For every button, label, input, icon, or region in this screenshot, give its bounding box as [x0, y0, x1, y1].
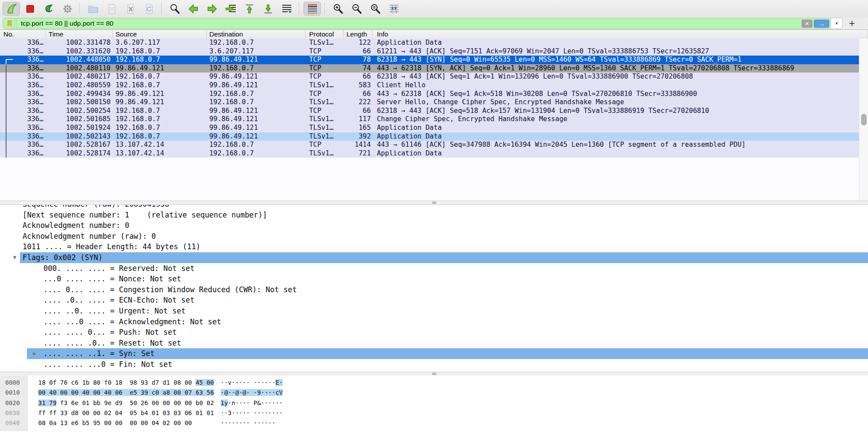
detail-line[interactable]: Acknowledgment number (raw): 0: [0, 231, 868, 242]
detail-line[interactable]: [Next sequence number: 1 (relative seque…: [0, 210, 868, 221]
packet-row[interactable]: 336…1002.448050192.168.0.799.86.49.121TC…: [0, 56, 859, 64]
hex-bytes[interactable]: ff ff 33 d8 00 00 02 04 05 b4 01 03 03 0…: [38, 408, 214, 418]
auto-scroll-button[interactable]: [278, 2, 295, 16]
packet-details-pane: Sequence number (raw): 2665041958[Next s…: [0, 205, 868, 372]
detail-line[interactable]: .... ..0. .... = Urgent: Not set: [0, 306, 868, 317]
go-forward-button[interactable]: [203, 2, 221, 16]
capture-options-button[interactable]: [59, 2, 76, 16]
hex-row[interactable]: 000018 0f 76 c6 1b 80 f0 18 98 93 d7 d1 …: [0, 378, 868, 388]
detail-line[interactable]: .... .0.. .... = ECN-Echo: Not set: [0, 295, 868, 306]
hex-ascii[interactable]: ··v····· ······E·: [221, 378, 283, 388]
filter-apply-button[interactable]: →: [814, 20, 829, 28]
detail-line[interactable]: .... 0... .... = Congestion Window Reduc…: [0, 284, 868, 295]
colorize-packets-button[interactable]: [304, 2, 321, 16]
detail-text: Flags: 0x002 (SYN): [23, 252, 102, 263]
column-header-protocol[interactable]: Protocol: [306, 30, 344, 39]
packet-row[interactable]: 336…1002.3314783.6.207.117192.168.0.7TLS…: [0, 39, 859, 47]
column-header-info[interactable]: Info: [373, 30, 868, 39]
detail-line[interactable]: 1011 .... = Header Length: 44 bytes (11): [0, 241, 868, 252]
column-header-no[interactable]: No.: [0, 30, 46, 39]
hex-bytes[interactable]: 31 79 f3 6e 01 bb 9e d9 50 26 00 00 00 0…: [38, 398, 214, 408]
selected-ascii: ·@··@·@· ·9····cV: [221, 389, 283, 396]
zoom-100-button[interactable]: [366, 2, 384, 16]
hex-bytes[interactable]: 18 0f 76 c6 1b 80 f0 18 98 93 d7 d1 08 0…: [38, 378, 214, 388]
detail-line[interactable]: .... .... ...0 = Fin: Not set: [0, 359, 868, 370]
resize-columns-button[interactable]: [385, 2, 403, 16]
find-packet-button[interactable]: [166, 2, 183, 16]
packet-row[interactable]: 336…1002.500254192.168.0.799.86.49.121TC…: [0, 107, 859, 115]
open-file-button[interactable]: [84, 2, 102, 16]
go-to-bottom-button[interactable]: [259, 2, 277, 16]
detail-line[interactable]: ▼Flags: 0x002 (SYN): [0, 252, 868, 263]
column-header-length[interactable]: Length: [344, 30, 373, 39]
expander-open-icon[interactable]: ▼: [13, 252, 17, 263]
packet-row[interactable]: 336…1002.502143192.168.0.799.86.49.121TL…: [0, 132, 859, 141]
zoom-in-button[interactable]: [329, 2, 347, 16]
packet-cell-protocol: TCP: [306, 107, 344, 115]
packet-cell-source: 99.86.49.121: [113, 64, 207, 73]
ascii: ········ ······: [221, 419, 275, 426]
filter-text[interactable]: tcp.port == 80 || udp.port == 80: [17, 20, 802, 27]
packet-row[interactable]: 336…1002.50015099.86.49.121192.168.0.7TL…: [0, 98, 859, 107]
hex-ascii[interactable]: ··3····· ········: [221, 408, 283, 418]
hex-row[interactable]: 001000 40 00 00 40 00 40 06 e5 39 c0 a8 …: [0, 388, 868, 398]
packet-row[interactable]: 336…1002.52816713.107.42.14192.168.0.7TC…: [0, 141, 859, 149]
column-header-time[interactable]: Time: [46, 30, 113, 39]
packet-row[interactable]: 336…1002.480559192.168.0.799.86.49.121TL…: [0, 81, 859, 90]
packet-row[interactable]: 336…1002.480217192.168.0.799.86.49.121TC…: [0, 73, 859, 81]
detail-line[interactable]: Acknowledgment number: 0: [0, 220, 868, 231]
packet-list-scrollbar[interactable]: [859, 39, 868, 201]
detail-line[interactable]: .... .... 0... = Push: Not set: [0, 327, 868, 338]
go-to-top-button[interactable]: [241, 2, 258, 16]
reload-file-button[interactable]: [140, 2, 158, 16]
detail-line[interactable]: Sequence number (raw): 2665041958: [0, 205, 868, 210]
close-file-button[interactable]: [122, 2, 139, 16]
go-back-button[interactable]: [185, 2, 202, 16]
save-file-button[interactable]: [103, 2, 120, 16]
packet-row[interactable]: 336…1002.49943499.86.49.121192.168.0.7TC…: [0, 90, 859, 99]
splitter-list-details[interactable]: [0, 201, 868, 205]
detail-line[interactable]: .... .... .0.. = Reset: Not set: [0, 338, 868, 349]
hex-row[interactable]: 002031 79 f3 6e 01 bb 9e d9 50 26 00 00 …: [0, 398, 868, 408]
detail-line[interactable]: .... ...0 .... = Acknowledgment: Not set: [0, 317, 868, 327]
packet-cell-length: 66: [344, 73, 373, 81]
scrollbar-thumb[interactable]: [861, 114, 867, 125]
packet-cell-source: 13.107.42.14: [113, 141, 207, 149]
packet-row[interactable]: 336…1002.52817413.107.42.14192.168.0.7TL…: [0, 149, 859, 158]
start-capture-button[interactable]: [3, 2, 20, 16]
packet-cell-info: Client Hello: [373, 81, 859, 90]
column-header-source[interactable]: Source: [113, 30, 207, 39]
hex-ascii[interactable]: 1y·n···· P&······: [221, 398, 283, 408]
go-to-packet-button[interactable]: [222, 2, 239, 16]
packet-row[interactable]: 336…1002.331620192.168.0.73.6.207.117TCP…: [0, 47, 859, 56]
column-header-destination[interactable]: Destination: [207, 30, 306, 39]
zoom-out-button[interactable]: [348, 2, 365, 16]
hex-bytes[interactable]: 00 40 00 00 40 00 40 06 e5 39 c0 a8 00 0…: [38, 388, 214, 398]
hex-ascii[interactable]: ·@··@·@· ·9····cV: [221, 388, 283, 398]
stop-capture-button[interactable]: [21, 2, 39, 16]
filter-dropdown-caret[interactable]: ▼: [831, 18, 842, 29]
display-filter-bar: tcp.port == 80 || udp.port == 80 ✕ → ▼ +: [0, 17, 868, 30]
hex-row[interactable]: 0030ff ff 33 d8 00 00 02 04 05 b4 01 03 …: [0, 408, 868, 418]
arrow-right-icon: [206, 3, 218, 15]
expander-closed-icon[interactable]: ▶: [33, 348, 36, 359]
packet-row[interactable]: 336…1002.48011099.86.49.121192.168.0.7TC…: [0, 64, 859, 73]
hex-row[interactable]: 004008 0a 13 e6 b5 95 00 00 00 00 04 02 …: [0, 418, 868, 428]
filter-add-button[interactable]: +: [849, 18, 855, 29]
filter-bookmark-icon[interactable]: [3, 18, 17, 29]
filter-clear-button[interactable]: ✕: [802, 20, 812, 28]
packet-cell-destination: 192.168.0.7: [207, 64, 306, 73]
packet-row[interactable]: 336…1002.501685192.168.0.799.86.49.121TL…: [0, 115, 859, 124]
detail-line[interactable]: ▶.... .... ..1. = Syn: Set: [0, 348, 868, 359]
detail-line[interactable]: ...0 .... .... = Nonce: Not set: [0, 274, 868, 284]
selected-bytes: 00 40 00 00 40 00 40 06 e5 39 c0 a8 00 0…: [38, 389, 214, 396]
hex-bytes[interactable]: 08 0a 13 e6 b5 95 00 00 00 00 04 02 00 0…: [38, 418, 214, 428]
packet-row[interactable]: 336…1002.501924192.168.0.799.86.49.121TL…: [0, 124, 859, 132]
packet-cell-destination: 192.168.0.7: [207, 149, 306, 158]
display-filter-input[interactable]: tcp.port == 80 || udp.port == 80 ✕ → ▼: [3, 18, 843, 29]
detail-line[interactable]: 000. .... .... = Reserved: Not set: [0, 263, 868, 274]
hex-offset: 0020: [0, 398, 38, 408]
hex-ascii[interactable]: ········ ······: [221, 418, 275, 428]
packet-cell-time: 1002.501685: [46, 115, 113, 124]
restart-capture-button[interactable]: [40, 2, 57, 16]
